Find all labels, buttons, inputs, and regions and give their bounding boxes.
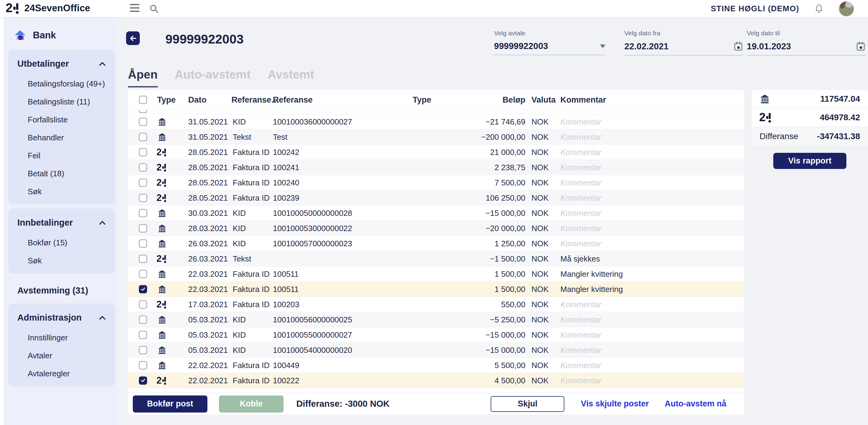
row-checkbox[interactable] — [139, 361, 147, 369]
col-header-referanse[interactable]: Referanse — [273, 95, 313, 104]
row-comment-input[interactable]: Må sjekkes — [560, 254, 730, 263]
vis-skjulte-poster-link[interactable]: Vis skjulte poster — [581, 399, 649, 408]
back-button[interactable] — [126, 31, 140, 45]
table-row-partial[interactable] — [128, 110, 744, 114]
row-checkbox[interactable] — [139, 239, 147, 248]
row-checkbox[interactable] — [139, 255, 147, 263]
row-checkbox[interactable] — [139, 331, 147, 339]
row-checkbox[interactable] — [139, 110, 147, 113]
search-icon[interactable] — [149, 4, 159, 14]
table-row[interactable]: 2 28.05.2021 Faktura ID 100242 21 000,00… — [128, 144, 744, 160]
row-comment-input[interactable]: Kommentar — [560, 330, 730, 339]
tab-avstemt[interactable]: Avstemt — [268, 68, 314, 87]
sidebar-item-bokfor[interactable]: Bokfør (15) — [8, 234, 115, 252]
row-checkbox[interactable] — [139, 270, 147, 278]
row-comment-input[interactable]: Kommentar — [560, 239, 730, 248]
select-all-checkbox[interactable] — [139, 96, 147, 104]
sidebar-item-innstillinger[interactable]: Innstillinger — [8, 329, 115, 347]
sidebar-group-header-innbetalinger[interactable]: Innbetalinger — [8, 210, 115, 234]
sidebar-group-header-administrasjon[interactable]: Administrasjon — [8, 305, 115, 329]
sidebar-item-sok-inn[interactable]: Søk — [8, 252, 115, 270]
koble-button[interactable]: Koble — [219, 395, 283, 413]
bokfor-post-button[interactable]: Bokfør post — [133, 395, 208, 413]
table-row[interactable]: 2 31.05.2021 KID 100100036000000027 −21 … — [128, 114, 744, 129]
col-header-belop[interactable]: Beløp — [502, 95, 525, 104]
sidebar-item-betalingsliste[interactable]: Betalingsliste (11) — [8, 93, 115, 111]
skjul-button[interactable]: Skjul — [491, 396, 564, 412]
calendar-icon[interactable] — [856, 41, 866, 52]
col-header-type2[interactable]: Type — [413, 95, 431, 104]
filter-dato-til[interactable]: Velg dato til 19.01.2023 — [747, 30, 866, 56]
row-checkbox[interactable] — [139, 224, 147, 232]
table-row[interactable]: 2 28.03.2021 KID 100100053000000022 −20 … — [128, 221, 744, 236]
row-checkbox[interactable] — [139, 148, 147, 156]
table-row[interactable]: 2 05.03.2021 KID 100100056000000025 −5 2… — [128, 312, 744, 327]
app-logo[interactable]: 2 24SevenOffice — [6, 2, 90, 14]
row-comment-input[interactable]: Kommentar — [560, 360, 730, 370]
bell-icon[interactable] — [814, 3, 824, 14]
sidebar-scrollbar[interactable] — [0, 18, 3, 425]
row-comment-input[interactable]: Kommentar — [560, 376, 730, 385]
table-row[interactable]: 2 05.03.2021 KID 100100054000000020 −15 … — [128, 342, 744, 358]
table-row[interactable]: 2 22.02.2021 Faktura ID 100449 5 500,00 … — [128, 358, 744, 373]
sidebar-group-header-utbetalinger[interactable]: Utbetalinger — [8, 51, 115, 75]
row-comment-input[interactable]: Kommentar — [560, 132, 730, 141]
filter-velg-avtale[interactable]: Velg avtale 99999922003 — [494, 30, 606, 55]
table-row[interactable]: 2 05.03.2021 KID 100100055000000027 −15 … — [128, 327, 744, 342]
table-row[interactable]: 2 28.05.2021 Faktura ID 100240 7 500,00 … — [128, 175, 744, 190]
row-checkbox[interactable] — [139, 194, 147, 202]
row-checkbox[interactable] — [139, 133, 147, 141]
table-row[interactable]: 2 26.03.2021 KID 100100057000000023 1 25… — [128, 236, 744, 251]
row-checkbox[interactable] — [139, 316, 147, 324]
row-comment-input[interactable]: Kommentar — [560, 178, 730, 187]
sidebar-item-avtaleregler[interactable]: Avtaleregler — [8, 365, 115, 383]
sidebar-item-avstemming[interactable]: Avstemming (31) — [0, 277, 117, 303]
row-comment-input[interactable]: Kommentar — [560, 163, 730, 172]
sidebar-item-behandler[interactable]: Behandler — [8, 129, 115, 147]
col-header-kommentar[interactable]: Kommentar — [560, 95, 606, 104]
col-header-referanse-type[interactable]: Referanse… — [231, 95, 280, 104]
row-checkbox[interactable] — [139, 285, 147, 293]
col-header-dato[interactable]: Dato — [188, 95, 207, 104]
user-name[interactable]: STINE HØGLI (DEMO) — [711, 4, 799, 13]
sidebar-item-betalingsforslag[interactable]: Betalingsforslag (49+) — [8, 75, 115, 93]
table-row[interactable]: 2 22.02.2021 Faktura ID 100222 4 500,00 … — [128, 373, 744, 388]
row-checkbox[interactable] — [139, 376, 147, 385]
sidebar-item-sok-ut[interactable]: Søk — [8, 183, 115, 201]
row-checkbox[interactable] — [139, 118, 147, 126]
row-comment-input[interactable]: Kommentar — [560, 300, 730, 309]
table-row[interactable]: 2 28.05.2021 Faktura ID 100239 106 250,0… — [128, 190, 744, 205]
table-row[interactable]: 2 22.03.2021 Faktura ID 100511 1 500,00 … — [128, 282, 744, 297]
tab-apen[interactable]: Åpen — [128, 68, 158, 87]
table-row[interactable]: 2 30.03.2021 KID 100100050000000028 −15 … — [128, 205, 744, 221]
calendar-icon[interactable] — [733, 41, 743, 52]
sidebar-item-avtaler[interactable]: Avtaler — [8, 347, 115, 365]
row-comment-input[interactable]: Mangler kvittering — [560, 269, 730, 279]
tab-auto-avstemt[interactable]: Auto-avstemt — [175, 68, 251, 87]
table-row[interactable]: 2 26.03.2021 Tekst −1 500,00 NOK Må sjek… — [128, 251, 744, 266]
sidebar-item-forfallsliste[interactable]: Forfallsliste — [8, 111, 115, 129]
auto-avstem-link[interactable]: Auto-avstem nå — [664, 399, 726, 408]
filter-dato-fra[interactable]: Velg dato fra 22.02.2021 — [624, 30, 743, 56]
row-checkbox[interactable] — [139, 346, 147, 354]
row-comment-input[interactable]: Kommentar — [560, 148, 730, 157]
col-header-valuta[interactable]: Valuta — [531, 95, 556, 104]
table-row[interactable]: 2 28.05.2021 Faktura ID 100241 2 238,75 … — [128, 160, 744, 175]
sidebar-item-betalt[interactable]: Betalt (18) — [8, 165, 115, 183]
row-comment-input[interactable]: Kommentar — [560, 208, 730, 218]
avatar[interactable] — [839, 1, 854, 17]
vis-rapport-button[interactable]: Vis rapport — [773, 153, 846, 169]
sidebar-item-feil[interactable]: Feil — [8, 147, 115, 165]
row-comment-input[interactable]: Kommentar — [560, 345, 730, 355]
row-comment-input[interactable]: Kommentar — [560, 117, 730, 126]
table-row[interactable]: 2 22.03.2021 Faktura ID 100511 1 500,00 … — [128, 266, 744, 282]
col-header-type[interactable]: Type — [157, 95, 176, 104]
sidebar-module-bank[interactable]: Bank — [14, 30, 117, 41]
row-comment-input[interactable]: Kommentar — [560, 224, 730, 233]
row-checkbox[interactable] — [139, 300, 147, 308]
row-checkbox[interactable] — [139, 178, 147, 187]
menu-icon[interactable] — [130, 4, 140, 13]
row-comment-input[interactable]: Kommentar — [560, 315, 730, 324]
row-checkbox[interactable] — [139, 209, 147, 217]
table-row[interactable]: 2 31.05.2021 Tekst Test −200 000,00 NOK … — [128, 129, 744, 144]
